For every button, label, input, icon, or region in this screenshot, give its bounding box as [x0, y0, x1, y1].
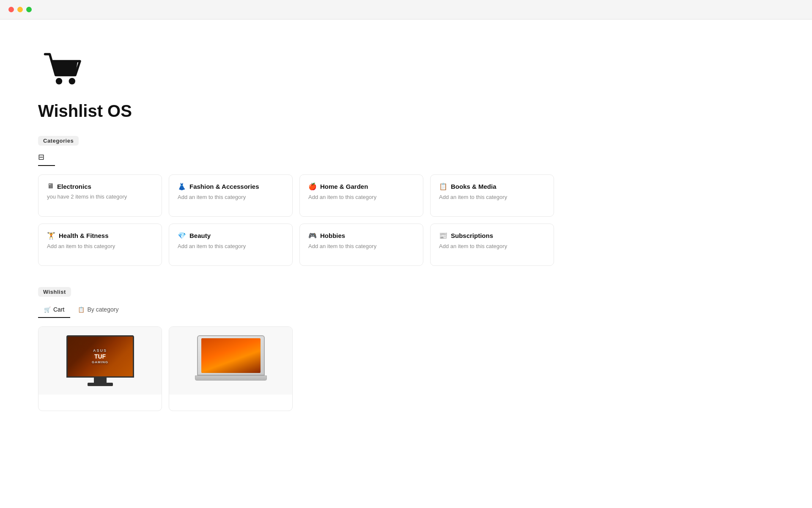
category-icon-electronics: 🖥 [47, 182, 54, 190]
monitor-screen: ASUS TUF GAMING [66, 335, 134, 378]
category-title-health-fitness: 🏋 Health & Fitness [47, 232, 153, 240]
shopping-cart-icon [38, 45, 85, 91]
tab-cart[interactable]: 🛒 Cart [38, 304, 70, 318]
category-label-books-media: Books & Media [451, 183, 497, 190]
category-label-health-fitness: Health & Fitness [59, 232, 109, 239]
wishlist-badge: Wishlist [38, 287, 71, 297]
product-grid: ASUS TUF GAMING [38, 326, 554, 411]
page-title: Wishlist OS [38, 102, 554, 121]
tab-cart-label: Cart [53, 306, 64, 313]
maximize-button[interactable] [26, 7, 32, 12]
category-card-health-fitness[interactable]: 🏋 Health & Fitness Add an item to this c… [38, 224, 162, 266]
category-icon-fashion: 👗 [178, 182, 186, 190]
category-label-subscriptions: Subscriptions [451, 232, 493, 239]
category-title-home-garden: 🍎 Home & Garden [308, 182, 414, 190]
svg-point-0 [56, 78, 62, 84]
category-label-fashion: Fashion & Accessories [189, 183, 259, 190]
category-card-subscriptions[interactable]: 📰 Subscriptions Add an item to this cate… [430, 224, 554, 266]
product-image-monitor: ASUS TUF GAMING [38, 327, 162, 395]
category-title-electronics: 🖥 Electronics [47, 182, 153, 190]
category-title-fashion: 👗 Fashion & Accessories [178, 182, 284, 190]
category-card-electronics[interactable]: 🖥 Electronics you have 2 items in this c… [38, 174, 162, 217]
category-title-beauty: 💎 Beauty [178, 232, 284, 240]
category-icon-subscriptions: 📰 [439, 232, 447, 240]
macbook-lid [197, 335, 265, 375]
cart-icon-container [38, 45, 554, 93]
macbook-body [195, 375, 267, 381]
category-icon-books-media: 📋 [439, 182, 447, 190]
title-bar [0, 0, 812, 19]
product-card-asus-monitor[interactable]: ASUS TUF GAMING [38, 326, 162, 411]
category-label-beauty: Beauty [189, 232, 211, 239]
category-card-books-media[interactable]: 📋 Books & Media Add an item to this cate… [430, 174, 554, 217]
category-icon-home-garden: 🍎 [308, 182, 317, 190]
category-subtitle-subscriptions: Add an item to this category [439, 243, 545, 249]
category-subtitle-electronics: you have 2 items in this category [47, 193, 153, 200]
tabs-container: 🛒 Cart 📋 By category [38, 304, 554, 318]
category-subtitle-beauty: Add an item to this category [178, 243, 284, 249]
category-card-home-garden[interactable]: 🍎 Home & Garden Add an item to this cate… [299, 174, 423, 217]
category-subtitle-fashion: Add an item to this category [178, 194, 284, 200]
product-image-macbook [169, 327, 292, 395]
category-subtitle-home-garden: Add an item to this category [308, 194, 414, 200]
main-content: Wishlist OS Categories ⊟ 🖥 Electronics y… [0, 19, 592, 436]
category-label-hobbies: Hobbies [320, 232, 345, 239]
macbook-image [197, 335, 265, 386]
category-card-hobbies[interactable]: 🎮 Hobbies Add an item to this category [299, 224, 423, 266]
category-subtitle-health-fitness: Add an item to this category [47, 243, 153, 249]
category-card-fashion[interactable]: 👗 Fashion & Accessories Add an item to t… [169, 174, 293, 217]
tab-by-category[interactable]: 📋 By category [72, 304, 124, 318]
close-button[interactable] [8, 7, 14, 12]
category-tab-icon: 📋 [78, 306, 85, 313]
category-subtitle-hobbies: Add an item to this category [308, 243, 414, 249]
category-card-beauty[interactable]: 💎 Beauty Add an item to this category [169, 224, 293, 266]
category-icon-health-fitness: 🏋 [47, 232, 55, 240]
product-card-macbook[interactable] [169, 326, 293, 411]
category-label-electronics: Electronics [57, 183, 91, 190]
filter-bar: ⊟ [38, 152, 55, 166]
wishlist-section: Wishlist 🛒 Cart 📋 By category ASU [38, 287, 554, 411]
category-title-books-media: 📋 Books & Media [439, 182, 545, 190]
cart-tab-icon: 🛒 [44, 306, 51, 313]
categories-section: Categories ⊟ 🖥 Electronics you have 2 it… [38, 136, 554, 266]
monitor-image: ASUS TUF GAMING [66, 335, 134, 386]
category-grid: 🖥 Electronics you have 2 items in this c… [38, 174, 554, 266]
macbook-screen [201, 338, 261, 373]
categories-badge: Categories [38, 136, 79, 146]
svg-point-1 [69, 78, 75, 84]
category-icon-hobbies: 🎮 [308, 232, 317, 240]
filter-icon[interactable]: ⊟ [38, 152, 44, 162]
category-title-subscriptions: 📰 Subscriptions [439, 232, 545, 240]
category-title-hobbies: 🎮 Hobbies [308, 232, 414, 240]
tab-by-category-label: By category [87, 306, 118, 313]
category-icon-beauty: 💎 [178, 232, 186, 240]
category-label-home-garden: Home & Garden [320, 183, 368, 190]
category-subtitle-books-media: Add an item to this category [439, 194, 545, 200]
minimize-button[interactable] [17, 7, 23, 12]
